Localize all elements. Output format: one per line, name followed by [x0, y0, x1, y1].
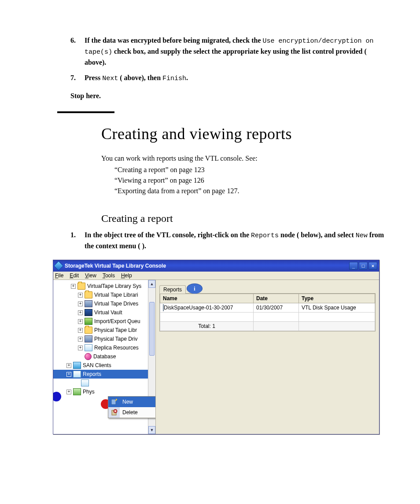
details-pane: Reports i Name Date Type [156, 280, 379, 434]
table-row[interactable]: DiskSpaceUsage-01-30-2007 01/30/2007 VTL… [160, 303, 375, 313]
menu-edit[interactable]: Edit [70, 272, 79, 279]
window-title: StorageTek Virtual Tape Library Console [65, 263, 166, 269]
tree-node-label: Import/Export Queu [94, 318, 140, 324]
step-number: 1. [70, 230, 76, 240]
expand-icon[interactable]: + [78, 346, 83, 350]
minimize-button[interactable]: _ [349, 262, 358, 270]
drive-icon [85, 300, 92, 307]
menu-help[interactable]: Help [121, 272, 132, 279]
intro-text: You can work with reports using the VTL … [101, 155, 389, 162]
rep-icon [85, 344, 92, 351]
tree-node[interactable]: +Virtual Vault [53, 308, 155, 317]
total-label: Total: 1 [160, 322, 254, 331]
tree-node-label: SAN Clients [83, 362, 111, 368]
context-menu-label: New [122, 399, 133, 405]
tree-node-label: Reports [83, 371, 101, 377]
step-7: 7. Press Next ( above), then Finish. [70, 73, 389, 84]
tree-node[interactable]: +VirtualTape Library Sys [53, 282, 155, 291]
phys-icon [73, 388, 81, 395]
svg-rect-0 [111, 399, 116, 405]
new-icon [110, 398, 118, 406]
step-number: 6. [70, 35, 76, 45]
tree-node[interactable]: +Phys [53, 387, 155, 396]
col-name[interactable]: Name [160, 294, 254, 303]
section-rule [57, 111, 114, 113]
subsection-heading: Creating a report [101, 213, 389, 224]
tree-node[interactable]: +Replica Resources [53, 343, 155, 352]
step-text: . [186, 74, 188, 81]
expand-icon[interactable]: + [66, 372, 71, 377]
context-menu-new[interactable]: New [108, 397, 156, 407]
toc-item: “Viewing a report” on page 126 [114, 177, 389, 184]
section-heading: Creating and viewing reports [101, 125, 389, 143]
menu-bar: File Edit View Tools Help [53, 272, 379, 280]
step-text: node ( below), and select [279, 231, 356, 239]
expand-icon[interactable]: + [66, 390, 71, 394]
window-titlebar[interactable]: StorageTek Virtual Tape Library Console … [53, 260, 379, 272]
step-1: 1. In the object tree of the VTL console… [70, 230, 389, 251]
col-date[interactable]: Date [254, 294, 299, 303]
body-column: 6. If the data was encrypted before bein… [70, 35, 389, 434]
context-menu-delete[interactable]: Delete [108, 407, 156, 418]
tab-reports[interactable]: Reports [159, 285, 186, 294]
expand-icon[interactable]: + [78, 293, 83, 298]
maximize-button[interactable]: □ [359, 262, 368, 270]
db-icon [85, 353, 92, 360]
menu-tools[interactable]: Tools [103, 272, 115, 279]
tree-node-label: Virtual Vault [94, 309, 122, 316]
reports-grid[interactable]: Name Date Type [159, 293, 376, 331]
cell-date: 01/30/2007 [254, 303, 299, 313]
tree-node[interactable]: +Virtual Tape Drives [53, 299, 155, 308]
step-code: Finish [162, 75, 186, 82]
table-row-empty [160, 313, 375, 322]
scroll-down-icon[interactable]: ▼ [148, 426, 155, 434]
tree-node-label: Virtual Tape Drives [94, 301, 138, 307]
tree-node[interactable]: +Reports [53, 370, 155, 379]
table-total-row: Total: 1 [160, 322, 375, 331]
menu-view[interactable]: View [85, 272, 96, 279]
expand-icon[interactable]: + [66, 363, 71, 368]
tree-node[interactable]: +Virtual Tape Librari [53, 291, 155, 299]
expand-icon[interactable]: + [78, 328, 83, 333]
object-tree[interactable]: +VirtualTape Library Sys+Virtual Tape Li… [53, 280, 156, 434]
col-type[interactable]: Type [299, 294, 375, 303]
step-code: New [356, 232, 368, 239]
cell-name: DiskSpaceUsage-01-30-2007 [164, 305, 233, 311]
expand-icon[interactable]: + [71, 284, 76, 289]
scroll-up-icon[interactable]: ▲ [148, 280, 155, 288]
folder-icon [77, 283, 85, 290]
expand-icon[interactable]: + [78, 302, 83, 306]
document-page: 6. If the data was encrypted before bein… [0, 0, 420, 504]
san-icon [73, 362, 81, 369]
tree-node[interactable] [53, 379, 155, 387]
info-icon[interactable]: i [187, 283, 203, 294]
tab-bar: Reports i [159, 283, 376, 294]
drive-icon [85, 335, 92, 342]
toc-item: “Creating a report” on page 123 [114, 166, 389, 174]
top-steps: 6. If the data was encrypted before bein… [70, 35, 389, 83]
report-icon [163, 304, 164, 311]
tree-node-label: Phys [83, 389, 95, 395]
step-text: If the data was encrypted before being m… [85, 37, 263, 44]
q-icon [85, 318, 92, 325]
close-button[interactable]: × [368, 262, 377, 270]
menu-file[interactable]: File [55, 272, 63, 279]
expand-icon[interactable]: + [78, 337, 83, 342]
tree-node[interactable]: +Physical Tape Driv [53, 335, 155, 343]
expand-icon[interactable]: + [78, 319, 83, 324]
delete-icon [110, 408, 118, 416]
cell-type: VTL Disk Space Usage [299, 303, 375, 313]
folder-icon [85, 327, 92, 334]
rep-icon [81, 379, 89, 386]
tree-node[interactable]: +Physical Tape Libr [53, 326, 155, 335]
scroll-thumb[interactable] [149, 302, 155, 356]
vault-icon [85, 309, 92, 316]
context-menu-label: Delete [122, 409, 138, 416]
tree-node[interactable]: Database [53, 352, 155, 361]
expand-icon[interactable]: + [78, 310, 83, 315]
vtl-console-window: StorageTek Virtual Tape Library Console … [53, 260, 379, 434]
tree-node-label: Replica Resources [94, 345, 139, 351]
tree-node[interactable]: +SAN Clients [53, 361, 155, 370]
tree-node[interactable]: +Import/Export Queu [53, 317, 155, 326]
stop-here: Stop here. [70, 92, 389, 100]
